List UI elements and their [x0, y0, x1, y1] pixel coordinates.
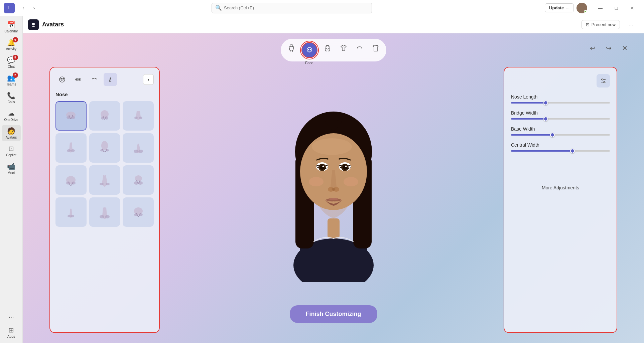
svg-rect-2	[290, 45, 293, 47]
base-width-track[interactable]	[511, 134, 610, 136]
close-customization-button[interactable]: ✕	[619, 42, 631, 54]
face-tab-eyes[interactable]	[72, 73, 85, 86]
sidebar-label-chat: Chat	[8, 65, 15, 68]
svg-point-12	[61, 78, 62, 79]
nose-item-4[interactable]	[55, 133, 87, 163]
apps-icon: ⊞	[8, 326, 14, 334]
svg-point-7	[310, 49, 310, 50]
nose-item-6[interactable]	[123, 133, 154, 163]
svg-line-3	[290, 50, 290, 52]
back-button[interactable]: ‹	[19, 3, 28, 13]
nose-item-3[interactable]	[123, 101, 154, 131]
base-width-thumb[interactable]	[550, 133, 555, 137]
toolbar-body-button[interactable]	[284, 41, 299, 55]
sidebar-item-avatars[interactable]: 🧑 Avatars	[2, 125, 21, 141]
search-input[interactable]	[224, 5, 368, 10]
search-bar: 🔍	[212, 3, 372, 13]
avatars-icon: 🧑	[7, 127, 15, 135]
bridge-width-fill	[511, 118, 546, 120]
central-width-section: Central Width	[511, 142, 610, 152]
central-width-track[interactable]	[511, 150, 610, 152]
sidebar-item-calls[interactable]: 📞 Calls	[2, 90, 21, 106]
svg-point-58	[320, 165, 325, 170]
top-right-controls: ↩ ↪ ✕	[587, 42, 631, 54]
svg-point-20	[71, 116, 75, 119]
close-button[interactable]: ✕	[625, 3, 640, 13]
more-adjustments-button[interactable]: More Adjustments	[511, 178, 610, 190]
finish-customizing-button[interactable]: Finish Customizing	[290, 305, 377, 323]
svg-point-46	[134, 213, 138, 216]
nose-item-7[interactable]	[55, 165, 87, 195]
nose-item-2[interactable]	[89, 101, 120, 131]
face-tab-shape[interactable]	[55, 73, 69, 86]
face-label: Face	[305, 61, 313, 65]
svg-point-1	[32, 23, 35, 25]
nose-item-8[interactable]	[89, 165, 120, 195]
nose-length-thumb[interactable]	[543, 101, 548, 105]
sidebar-item-apps[interactable]: ⊞ Apps	[2, 324, 21, 340]
nose-item-1[interactable]	[55, 101, 87, 131]
sidebar-label-meet: Meet	[7, 171, 15, 175]
onedrive-icon: ☁	[8, 109, 15, 117]
update-button[interactable]: Update ···	[545, 3, 574, 12]
bridge-width-track[interactable]	[511, 118, 610, 120]
content-area: Avatars ⊡ Present now ···	[23, 16, 644, 343]
svg-point-11	[59, 77, 65, 82]
nose-item-9[interactable]	[123, 165, 154, 195]
svg-point-32	[138, 150, 143, 153]
copilot-icon: ⊡	[8, 145, 14, 153]
minimize-button[interactable]: —	[593, 3, 608, 13]
logo-text: T	[6, 4, 13, 12]
sidebar-label-calendar: Calendar	[4, 29, 18, 33]
sidebar-label-apps: Apps	[7, 335, 15, 338]
base-width-fill	[511, 134, 552, 136]
sidebar-item-teams[interactable]: 👥 2 Teams	[2, 72, 21, 88]
sidebar-item-calendar[interactable]: 📅 Calendar	[2, 19, 21, 35]
toolbar-accessories-button[interactable]	[352, 41, 367, 55]
more-icon: ···	[8, 313, 14, 321]
svg-point-30	[106, 149, 109, 152]
svg-point-55	[312, 138, 352, 155]
nose-length-track[interactable]	[511, 102, 610, 104]
teams-logo: T	[4, 3, 15, 13]
online-indicator	[584, 10, 587, 13]
face-tab-brows[interactable]	[88, 73, 101, 86]
present-now-button[interactable]: ⊡ Present now	[582, 20, 620, 29]
calls-icon: 📞	[7, 92, 15, 100]
toolbar-clothing-button[interactable]	[368, 41, 383, 55]
adjust-settings-button[interactable]	[597, 74, 610, 88]
face-tab-nose[interactable]	[104, 73, 117, 86]
nose-item-12[interactable]	[123, 197, 154, 227]
app-more-button[interactable]: ···	[623, 19, 639, 30]
toolbar-outfit-button[interactable]	[336, 41, 351, 55]
nose-item-10[interactable]	[55, 197, 87, 227]
toolbar-face-button[interactable]	[301, 42, 317, 58]
present-icon: ⊡	[586, 22, 590, 27]
sidebar-item-meet[interactable]: 📹 Meet	[2, 160, 21, 177]
sidebar-item-onedrive[interactable]: ☁ OneDrive	[2, 107, 21, 124]
central-width-thumb[interactable]	[570, 149, 575, 153]
nose-item-11[interactable]	[89, 197, 120, 227]
sidebar-item-more[interactable]: ···	[2, 311, 21, 323]
face-tab-next[interactable]: ›	[143, 74, 154, 85]
svg-point-47	[139, 213, 143, 216]
maximize-button[interactable]: □	[609, 3, 624, 13]
top-toolbar: Face	[281, 39, 386, 61]
svg-point-27	[71, 149, 75, 152]
sidebar-item-chat[interactable]: 💬 5 Chat	[2, 54, 21, 70]
svg-point-36	[100, 183, 104, 185]
app-title: Avatars	[42, 21, 64, 28]
forward-button[interactable]: ›	[29, 3, 39, 13]
right-panel: Nose Length Bridge Width Bas	[504, 67, 617, 333]
titlebar: T ‹ › 🔍 Update ··· — □ ✕	[0, 0, 644, 16]
sidebar-label-teams: Teams	[6, 82, 16, 86]
redo-button[interactable]: ↪	[603, 42, 615, 54]
sidebar-item-copilot[interactable]: ⊡ Copilot	[2, 143, 21, 159]
user-avatar[interactable]	[576, 3, 587, 13]
undo-button[interactable]: ↩	[587, 42, 599, 54]
nose-item-5[interactable]	[89, 133, 120, 163]
sidebar-item-activity[interactable]: 🔔 6 Activity	[2, 36, 21, 53]
svg-point-41	[68, 215, 71, 217]
toolbar-hair-button[interactable]	[320, 41, 335, 55]
bridge-width-thumb[interactable]	[543, 117, 548, 121]
